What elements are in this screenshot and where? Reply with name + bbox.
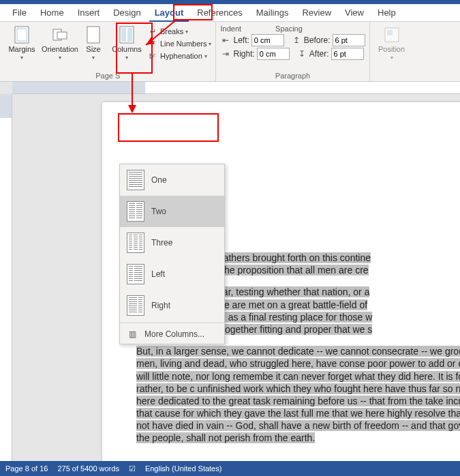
- selected-text: But, in a larger sense, we cannot dedica…: [136, 346, 460, 443]
- more-columns-icon: ▥: [127, 329, 138, 340]
- chevron-down-icon: ▾: [204, 53, 207, 59]
- hyphenation-label: Hyphenation: [160, 52, 202, 60]
- columns-option-label: Two: [151, 207, 166, 216]
- indent-left-field[interactable]: ⇤ Left:: [220, 34, 283, 46]
- horizontal-ruler[interactable]: [12, 82, 460, 94]
- chevron-down-icon: ▾: [92, 55, 95, 61]
- columns-dropdown: One Two Three Left Right ▥ More Columns.…: [119, 164, 225, 344]
- breaks-button[interactable]: ↵Breaks ▾: [147, 26, 211, 37]
- columns-option-more[interactable]: ▥ More Columns...: [120, 325, 224, 344]
- svg-rect-7: [127, 28, 132, 42]
- columns-option-label: More Columns...: [144, 329, 204, 339]
- group-paragraph: Indent Spacing ⇤ Left: ↥ Before: ⇥ Ri: [216, 22, 369, 81]
- spacing-after-field[interactable]: ↧ After:: [296, 48, 364, 60]
- orientation-button[interactable]: Orientation ▾: [42, 23, 78, 61]
- ribbon-tabs: File Home Insert Design Layout Reference…: [0, 4, 460, 22]
- spacing-before-field[interactable]: ↥ Before:: [291, 34, 365, 46]
- chevron-down-icon: ▾: [125, 55, 128, 61]
- proofing-icon[interactable]: ☑: [129, 464, 136, 473]
- position-icon: [383, 26, 401, 44]
- status-language[interactable]: English (United States): [145, 464, 222, 473]
- spacing-before-input[interactable]: [333, 34, 365, 46]
- columns-option-label: One: [151, 175, 167, 185]
- indent-right-icon: ⇥: [220, 48, 231, 59]
- tab-insert[interactable]: Insert: [72, 5, 106, 20]
- indent-left-icon: ⇤: [220, 35, 231, 46]
- line-numbers-icon: ¹²: [147, 38, 158, 49]
- chevron-down-icon: ▾: [59, 55, 61, 61]
- position-button[interactable]: Position ▾: [374, 23, 410, 61]
- indent-heading: Indent: [220, 25, 241, 33]
- status-page[interactable]: Page 8 of 16: [5, 464, 48, 473]
- group-arrange: Position ▾: [370, 22, 414, 81]
- orientation-icon: [51, 26, 69, 44]
- workspace: g Address even years ago our fathers bro…: [0, 82, 460, 461]
- margins-icon: [13, 26, 31, 44]
- svg-rect-6: [121, 28, 126, 42]
- tab-help[interactable]: Help: [372, 5, 401, 20]
- columns-option-three[interactable]: Three: [120, 227, 224, 258]
- orientation-label: Orientation: [42, 45, 78, 53]
- indent-right-input[interactable]: [257, 48, 290, 60]
- arrange-group-label: [374, 78, 410, 81]
- page-setup-group-label: Page S: [4, 70, 211, 81]
- tab-file[interactable]: File: [7, 5, 32, 20]
- group-page-setup: Margins ▾ Orientation ▾ Size ▾ Columns ▾…: [0, 22, 216, 81]
- status-word-count[interactable]: 275 of 5400 words: [57, 464, 119, 473]
- chevron-down-icon: ▾: [390, 55, 393, 61]
- columns-option-label: Three: [151, 238, 172, 248]
- right-column-icon: [127, 295, 144, 316]
- status-bar: Page 8 of 16 275 of 5400 words ☑ English…: [0, 461, 460, 476]
- indent-left-input[interactable]: [251, 34, 284, 46]
- tab-mailings[interactable]: Mailings: [251, 5, 294, 20]
- ribbon: Margins ▾ Orientation ▾ Size ▾ Columns ▾…: [0, 22, 460, 82]
- columns-icon: [118, 26, 136, 44]
- tab-design[interactable]: Design: [108, 5, 146, 20]
- indent-right-field[interactable]: ⇥ Right:: [220, 48, 289, 60]
- position-label: Position: [378, 45, 405, 53]
- document-paragraph: But, in a larger sense, we cannot dedica…: [136, 345, 460, 445]
- chevron-down-icon: ▾: [185, 29, 188, 35]
- tab-layout[interactable]: Layout: [149, 5, 189, 22]
- line-numbers-label: Line Numbers: [160, 40, 206, 48]
- hyphenation-icon: bᶜ: [147, 50, 158, 61]
- tab-references[interactable]: References: [191, 5, 247, 20]
- size-button[interactable]: Size ▾: [80, 23, 106, 61]
- columns-option-one[interactable]: One: [120, 164, 224, 196]
- one-column-icon: [127, 170, 144, 190]
- paragraph-group-label: Paragraph: [220, 70, 365, 81]
- columns-option-two[interactable]: Two: [120, 196, 224, 227]
- line-numbers-button[interactable]: ¹²Line Numbers ▾: [147, 38, 211, 49]
- columns-button[interactable]: Columns ▾: [109, 23, 144, 61]
- spacing-heading: Spacing: [275, 25, 303, 33]
- two-column-icon: [127, 201, 144, 222]
- margins-button[interactable]: Margins ▾: [4, 23, 40, 61]
- spacing-after-input[interactable]: [331, 48, 364, 60]
- columns-option-left[interactable]: Left: [120, 258, 224, 290]
- columns-label: Columns: [112, 45, 141, 53]
- tab-review[interactable]: Review: [296, 5, 337, 20]
- size-icon: [85, 26, 102, 44]
- size-label: Size: [86, 45, 100, 53]
- columns-option-label: Right: [151, 301, 170, 310]
- svg-rect-3: [57, 32, 67, 39]
- breaks-icon: ↵: [147, 26, 158, 37]
- tab-home[interactable]: Home: [35, 5, 70, 20]
- chevron-down-icon: ▾: [209, 41, 211, 47]
- vertical-ruler[interactable]: [0, 94, 12, 461]
- spacing-before-icon: ↥: [291, 35, 302, 46]
- indent-right-label: Right:: [233, 49, 254, 59]
- indent-left-label: Left:: [233, 35, 249, 45]
- svg-rect-4: [87, 27, 99, 43]
- svg-rect-9: [387, 30, 393, 35]
- left-column-icon: [127, 264, 144, 284]
- menu-separator: [120, 323, 224, 323]
- breaks-label: Breaks: [160, 27, 183, 35]
- chevron-down-icon: ▾: [20, 55, 23, 61]
- columns-option-right[interactable]: Right: [120, 290, 224, 321]
- columns-option-label: Left: [151, 269, 165, 279]
- spacing-before-label: Before:: [304, 35, 331, 45]
- spacing-after-icon: ↧: [296, 48, 307, 59]
- tab-view[interactable]: View: [339, 5, 369, 20]
- hyphenation-button[interactable]: bᶜHyphenation ▾: [147, 50, 211, 61]
